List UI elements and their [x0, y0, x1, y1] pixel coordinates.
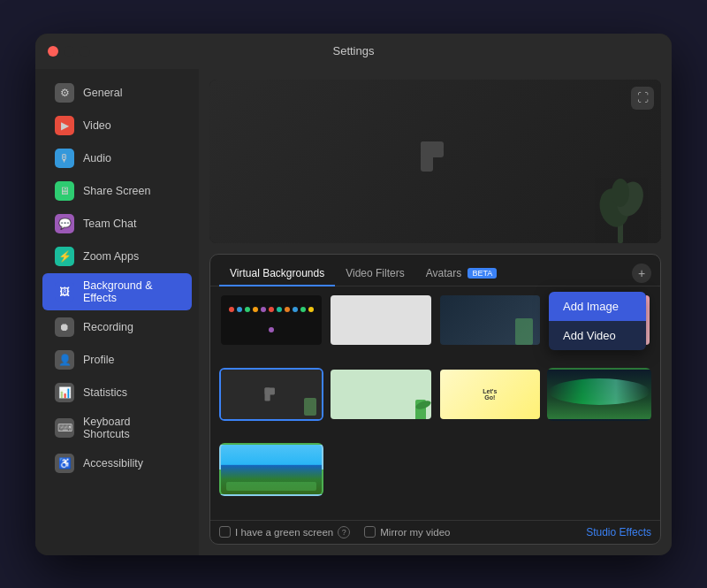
bg-footer: I have a green screen ? Mirror my video …: [210, 520, 660, 544]
sidebar-label-keyboard: Keyboard Shortcuts: [83, 416, 179, 440]
help-icon[interactable]: ?: [338, 526, 350, 538]
minimize-button[interactable]: [64, 46, 74, 57]
general-icon: ⚙: [55, 83, 74, 103]
camera-expand-button[interactable]: ⛶: [631, 87, 654, 110]
maximize-button[interactable]: [80, 46, 90, 57]
sidebar-label-recording: Recording: [83, 321, 133, 333]
app-window: Settings ⚙ General ▶ Video 🎙 Audio 🖥 Sha…: [35, 34, 672, 555]
tab-virtual-backgrounds[interactable]: Virtual Backgrounds: [219, 262, 335, 286]
sidebar-item-team-chat[interactable]: 💬 Team Chat: [42, 208, 192, 240]
add-background-button[interactable]: + Add Image Add Video: [632, 263, 651, 283]
sidebar-label-profile: Profile: [83, 354, 114, 366]
sidebar-item-general[interactable]: ⚙ General: [42, 77, 192, 109]
sidebar-item-background[interactable]: 🖼 Background & Effects: [42, 273, 192, 310]
add-image-option[interactable]: Add Image: [549, 292, 646, 321]
sidebar-item-video[interactable]: ▶ Video: [42, 110, 192, 141]
sidebar-item-keyboard[interactable]: ⌨ Keyboard Shortcuts: [42, 409, 192, 447]
bg-thumb-white[interactable]: [329, 294, 433, 347]
tabs-bar: Virtual Backgrounds Video Filters Avatar…: [210, 255, 660, 286]
plant-svg: [598, 168, 647, 243]
beta-badge: BETA: [468, 268, 497, 279]
sidebar-label-statistics: Statistics: [83, 386, 127, 399]
bg-thumb-lets-go[interactable]: Let'sGo!: [438, 368, 543, 421]
bg-thumb-beach[interactable]: [219, 443, 323, 496]
audio-icon: 🎙: [55, 149, 74, 168]
svg-point-6: [612, 179, 629, 207]
svg-rect-8: [264, 388, 274, 395]
studio-effects-link[interactable]: Studio Effects: [586, 526, 651, 538]
bg-thumb-zoom-selected[interactable]: [219, 368, 323, 421]
apps-icon: ⚡: [55, 247, 74, 266]
green-screen-label[interactable]: I have a green screen ?: [219, 526, 350, 538]
right-panel: ⛶ Virtual Backgrounds Video Filters Avat…: [199, 69, 672, 555]
add-video-option[interactable]: Add Video: [549, 321, 646, 350]
sidebar-label-background: Background & Effects: [83, 279, 179, 304]
sidebar-label-chat: Team Chat: [83, 218, 136, 230]
window-title: Settings: [333, 44, 375, 57]
sidebar-label-accessibility: Accessibility: [83, 457, 143, 470]
add-dropdown-menu: Add Image Add Video: [549, 292, 646, 350]
bg-thumb-office[interactable]: [438, 294, 543, 347]
main-content: ⚙ General ▶ Video 🎙 Audio 🖥 Share Screen…: [35, 69, 672, 555]
tab-avatars[interactable]: Avatars BETA: [415, 262, 508, 286]
recording-icon: ⏺: [55, 317, 74, 337]
sidebar-item-recording[interactable]: ⏺ Recording: [42, 311, 192, 343]
profile-icon: 👤: [55, 350, 74, 370]
stats-icon: 📊: [55, 383, 74, 402]
camera-preview: ⛶: [209, 80, 661, 243]
accessibility-icon: ♿: [55, 454, 74, 473]
tab-video-filters[interactable]: Video Filters: [335, 262, 414, 286]
sidebar-item-zoom-apps[interactable]: ⚡ Zoom Apps: [42, 241, 192, 272]
sidebar-item-statistics[interactable]: 📊 Statistics: [42, 377, 192, 409]
sidebar-label-video: Video: [83, 119, 111, 132]
close-button[interactable]: [48, 46, 58, 57]
sidebar-item-accessibility[interactable]: ♿ Accessibility: [42, 447, 192, 479]
green-screen-checkbox[interactable]: [219, 526, 231, 538]
sidebar-item-audio[interactable]: 🎙 Audio: [42, 142, 192, 174]
bg-thumb-colorful[interactable]: [219, 294, 323, 347]
mirror-video-checkbox[interactable]: [364, 526, 376, 538]
sidebar-item-profile[interactable]: 👤 Profile: [42, 344, 192, 376]
sidebar-label-share: Share Screen: [83, 185, 150, 197]
backgrounds-panel: Virtual Backgrounds Video Filters Avatar…: [209, 254, 661, 545]
video-icon: ▶: [55, 116, 74, 135]
sidebar-label-audio: Audio: [83, 152, 111, 164]
chat-icon: 💬: [55, 214, 74, 233]
bg-thumb-plant-room[interactable]: [329, 368, 433, 421]
share-icon: 🖥: [55, 181, 74, 201]
svg-rect-2: [421, 141, 444, 154]
bg-thumb-aurora[interactable]: [547, 368, 651, 421]
background-icon: 🖼: [55, 282, 74, 302]
mirror-video-label[interactable]: Mirror my video: [364, 526, 450, 538]
sidebar-label-general: General: [83, 87, 122, 99]
sidebar-label-apps: Zoom Apps: [83, 250, 139, 263]
keyboard-icon: ⌨: [55, 418, 74, 438]
sidebar: ⚙ General ▶ Video 🎙 Audio 🖥 Share Screen…: [35, 69, 199, 555]
camera-logo-svg: [414, 134, 458, 179]
sidebar-item-share-screen[interactable]: 🖥 Share Screen: [42, 175, 192, 207]
traffic-lights: [48, 46, 90, 57]
title-bar: Settings: [35, 34, 672, 69]
